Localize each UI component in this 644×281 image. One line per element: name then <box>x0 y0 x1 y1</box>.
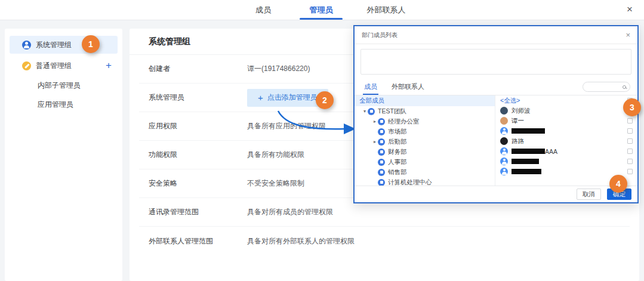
row-label: 外部联系人管理范围 <box>149 236 247 246</box>
row-external-contacts-scope: 外部联系人管理范围 具备对所有外部联系人的管理权限 <box>139 227 630 255</box>
row-label: 系统管理员 <box>149 92 247 103</box>
row-value: 具备对所有成员的管理权限 <box>247 207 333 217</box>
avatar <box>500 107 508 115</box>
redacted-name-bar <box>511 149 545 154</box>
member-checkbox[interactable] <box>627 149 633 154</box>
dialog-tab-members[interactable]: 成员 <box>364 79 377 95</box>
row-value: 不受安全策略限制 <box>247 178 304 189</box>
annotation-badge-1: 1 <box>82 35 100 53</box>
redacted-name-bar <box>511 128 545 134</box>
tree-node-label: 后勤部 <box>388 138 407 146</box>
row-value: 具备所有功能权限 <box>247 150 304 160</box>
close-icon[interactable]: × <box>623 3 636 16</box>
caret-right-icon[interactable]: ▸ <box>372 119 378 124</box>
add-admin-button-label: 点击添加管理员 <box>267 92 318 103</box>
avatar <box>500 127 508 135</box>
member-picker-dialog: 部门成员列表 × 成员 外部联系人 全部成员 ▾ TEST团队 ▸ <box>353 25 639 203</box>
selected-members-box[interactable] <box>360 49 631 75</box>
annotation-badge-4: 4 <box>609 175 627 193</box>
tree-node-label: 销售部 <box>388 168 407 177</box>
dialog-close-icon[interactable]: × <box>625 30 630 39</box>
select-all-row[interactable]: <全选> <box>495 95 637 106</box>
annotation-badge-3: 3 <box>623 98 641 116</box>
sidebar-item-normal-admin-group[interactable]: 普通管理组 + <box>10 57 118 75</box>
redacted-name-bar <box>511 159 539 164</box>
tree-node[interactable]: 人事部 <box>355 157 495 167</box>
tree-node[interactable]: ▸ 后勤部 <box>355 137 495 147</box>
row-label: 通讯录管理范围 <box>149 207 247 217</box>
tree-node[interactable]: ▾ TEST团队 <box>355 106 495 116</box>
member-checkbox[interactable] <box>627 159 633 164</box>
sidebar-item-system-admin-group[interactable]: 系统管理组 <box>10 36 118 54</box>
top-tab-bar: 成员 管理员 外部联系人 × <box>0 0 644 20</box>
row-value: 谭一(19174866220) <box>247 64 310 74</box>
member-row[interactable]: AAA <box>495 146 637 156</box>
dialog-body: 全部成员 ▾ TEST团队 ▸ 经理办公室 市场部 ▸ <box>355 95 637 186</box>
tree-node[interactable]: 计算机处理中心 <box>355 177 495 186</box>
department-icon <box>378 149 385 156</box>
redacted-name-bar <box>511 169 541 174</box>
tree-node[interactable]: ▸ 经理办公室 <box>355 116 495 126</box>
add-group-icon[interactable]: + <box>106 59 112 72</box>
sidebar-item-label: 系统管理组 <box>36 40 72 50</box>
department-icon <box>378 118 385 125</box>
admin-settings-page: 成员 管理员 外部联系人 × 系统管理组 普通管理组 + 内部子管理员 应用管理… <box>0 0 644 281</box>
member-list: <全选> 刘师波 谭一 <box>495 95 637 186</box>
department-icon <box>378 179 385 186</box>
member-name: 谭一 <box>511 117 524 125</box>
tree-node-all-members[interactable]: 全部成员 <box>355 95 495 106</box>
tab-administrators[interactable]: 管理员 <box>298 0 344 20</box>
tree-node[interactable]: 市场部 <box>355 126 495 137</box>
sidebar-item-label: 应用管理员 <box>38 100 73 110</box>
dialog-tab-external-contacts[interactable]: 外部联系人 <box>392 79 424 95</box>
dialog-footer: 取消 确定 <box>355 186 637 202</box>
member-row[interactable] <box>495 126 637 136</box>
avatar <box>500 137 508 145</box>
pencil-icon <box>22 61 31 70</box>
sidebar-item-internal-sub-admin[interactable]: 内部子管理员 <box>10 76 118 94</box>
row-label: 功能权限 <box>149 150 247 160</box>
dialog-title: 部门成员列表 <box>362 31 398 39</box>
cancel-button[interactable]: 取消 <box>577 189 601 200</box>
department-icon <box>378 159 385 166</box>
caret-right-icon[interactable]: ▸ <box>372 139 378 144</box>
department-icon <box>368 108 375 115</box>
annotation-badge-2: 2 <box>316 91 334 109</box>
tab-external-contacts[interactable]: 外部联系人 <box>362 0 411 20</box>
member-checkbox[interactable] <box>627 128 633 134</box>
row-label: 创建者 <box>149 64 247 74</box>
avatar <box>500 147 508 155</box>
member-name: 刘师波 <box>511 107 531 115</box>
row-value: 具备对所有外部联系人的管理权限 <box>247 236 355 246</box>
member-row[interactable]: 刘师波 <box>495 106 637 116</box>
admin-group-sidebar: 系统管理组 普通管理组 + 内部子管理员 应用管理员 <box>5 29 122 281</box>
row-label: 安全策略 <box>149 178 247 189</box>
search-icon <box>623 85 626 89</box>
user-icon <box>22 41 31 50</box>
tree-node-label: 财务部 <box>388 148 407 156</box>
member-checkbox[interactable] <box>627 118 633 123</box>
tree-node-label: 计算机处理中心 <box>388 178 432 187</box>
tree-node[interactable]: 销售部 <box>355 167 495 177</box>
tab-members[interactable]: 成员 <box>245 0 282 20</box>
caret-down-icon[interactable]: ▾ <box>362 109 368 114</box>
member-search-input[interactable] <box>583 82 630 92</box>
sidebar-item-app-admin[interactable]: 应用管理员 <box>10 95 118 113</box>
dialog-tab-bar: 成员 外部联系人 <box>355 79 637 95</box>
member-checkbox[interactable] <box>627 169 633 174</box>
tree-node-label: 经理办公室 <box>388 118 420 126</box>
tree-node-label: TEST团队 <box>378 107 406 116</box>
member-row[interactable]: 路路 <box>495 136 637 146</box>
row-label: 应用权限 <box>149 121 247 131</box>
member-row[interactable]: 谭一 <box>495 116 637 126</box>
avatar <box>500 158 508 165</box>
select-all-label: <全选> <box>500 97 520 105</box>
department-icon <box>378 128 385 135</box>
plus-icon: + <box>258 92 263 103</box>
member-checkbox[interactable] <box>627 138 633 144</box>
tree-node[interactable]: 财务部 <box>355 147 495 157</box>
member-row[interactable] <box>495 156 637 166</box>
avatar <box>500 168 508 175</box>
annotation-arrow <box>263 104 364 140</box>
dialog-header: 部门成员列表 × <box>355 26 637 44</box>
